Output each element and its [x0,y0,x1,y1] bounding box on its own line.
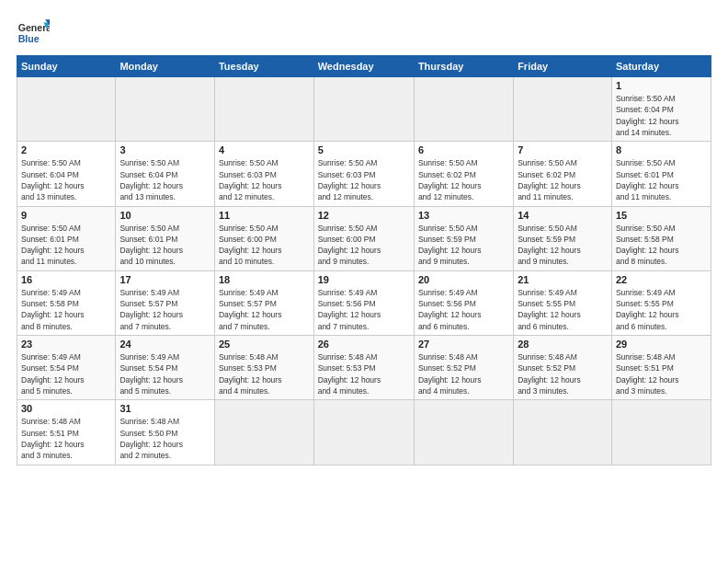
calendar-cell: 6Sunrise: 5:50 AM Sunset: 6:02 PM Daylig… [414,142,513,206]
day-number: 8 [616,144,707,155]
day-number: 5 [318,144,410,155]
calendar-cell: 11Sunrise: 5:50 AM Sunset: 6:00 PM Dayli… [214,206,313,270]
calendar-cell [313,77,414,142]
calendar-cell: 2Sunrise: 5:50 AM Sunset: 6:04 PM Daylig… [17,142,116,206]
day-info: Sunrise: 5:48 AM Sunset: 5:51 PM Dayligh… [21,416,111,461]
day-info: Sunrise: 5:49 AM Sunset: 5:57 PM Dayligh… [119,287,210,332]
day-number: 14 [518,210,608,221]
day-number: 17 [119,274,210,285]
day-number: 31 [119,403,210,414]
calendar-cell: 16Sunrise: 5:49 AM Sunset: 5:58 PM Dayli… [17,270,116,335]
calendar-body: 1Sunrise: 5:50 AM Sunset: 6:04 PM Daylig… [17,77,711,465]
calendar-cell: 13Sunrise: 5:50 AM Sunset: 5:59 PM Dayli… [414,206,513,270]
calendar-cell: 10Sunrise: 5:50 AM Sunset: 6:01 PM Dayli… [116,206,215,270]
calendar-week-4: 16Sunrise: 5:49 AM Sunset: 5:58 PM Dayli… [17,270,711,335]
calendar-cell: 12Sunrise: 5:50 AM Sunset: 6:00 PM Dayli… [313,206,414,270]
calendar-cell: 21Sunrise: 5:49 AM Sunset: 5:55 PM Dayli… [514,270,612,335]
day-info: Sunrise: 5:48 AM Sunset: 5:52 PM Dayligh… [518,351,608,396]
day-info: Sunrise: 5:48 AM Sunset: 5:51 PM Dayligh… [616,351,707,396]
day-info: Sunrise: 5:50 AM Sunset: 5:58 PM Dayligh… [616,223,707,268]
day-number: 30 [21,403,111,414]
day-info: Sunrise: 5:50 AM Sunset: 6:04 PM Dayligh… [119,157,210,202]
day-info: Sunrise: 5:50 AM Sunset: 6:00 PM Dayligh… [318,223,410,268]
day-info: Sunrise: 5:49 AM Sunset: 5:56 PM Dayligh… [318,287,410,332]
day-number: 26 [318,339,410,350]
day-number: 23 [21,339,111,350]
calendar-cell [17,77,116,142]
calendar-cell [514,400,612,465]
calendar-cell: 22Sunrise: 5:49 AM Sunset: 5:55 PM Dayli… [611,270,711,335]
day-info: Sunrise: 5:48 AM Sunset: 5:50 PM Dayligh… [119,416,210,461]
logo-icon: General Blue [17,17,50,50]
calendar-table: SundayMondayTuesdayWednesdayThursdayFrid… [17,55,711,465]
day-number: 2 [21,144,111,155]
day-number: 9 [21,210,111,221]
day-info: Sunrise: 5:48 AM Sunset: 5:53 PM Dayligh… [318,351,410,396]
calendar-week-5: 23Sunrise: 5:49 AM Sunset: 5:54 PM Dayli… [17,336,711,400]
weekday-header-wednesday: Wednesday [313,56,414,77]
calendar-cell: 8Sunrise: 5:50 AM Sunset: 6:01 PM Daylig… [611,142,711,206]
day-info: Sunrise: 5:49 AM Sunset: 5:55 PM Dayligh… [518,287,608,332]
day-number: 4 [219,144,310,155]
day-number: 16 [21,274,111,285]
calendar-cell: 4Sunrise: 5:50 AM Sunset: 6:03 PM Daylig… [214,142,313,206]
day-info: Sunrise: 5:50 AM Sunset: 6:04 PM Dayligh… [616,93,707,138]
day-number: 12 [318,210,410,221]
day-info: Sunrise: 5:50 AM Sunset: 5:59 PM Dayligh… [418,223,509,268]
day-info: Sunrise: 5:50 AM Sunset: 6:03 PM Dayligh… [219,157,310,202]
calendar-cell: 27Sunrise: 5:48 AM Sunset: 5:52 PM Dayli… [414,336,513,400]
calendar-cell: 3Sunrise: 5:50 AM Sunset: 6:04 PM Daylig… [116,142,215,206]
calendar-cell [214,77,313,142]
day-number: 11 [219,210,310,221]
calendar-cell: 30Sunrise: 5:48 AM Sunset: 5:51 PM Dayli… [17,400,116,465]
calendar-cell [414,400,513,465]
day-info: Sunrise: 5:50 AM Sunset: 6:01 PM Dayligh… [119,223,210,268]
calendar-cell: 5Sunrise: 5:50 AM Sunset: 6:03 PM Daylig… [313,142,414,206]
header: General Blue [17,17,711,50]
day-info: Sunrise: 5:49 AM Sunset: 5:54 PM Dayligh… [21,351,111,396]
calendar-cell: 26Sunrise: 5:48 AM Sunset: 5:53 PM Dayli… [313,336,414,400]
day-info: Sunrise: 5:50 AM Sunset: 6:03 PM Dayligh… [318,157,410,202]
day-number: 24 [119,339,210,350]
calendar-header: SundayMondayTuesdayWednesdayThursdayFrid… [17,56,711,77]
day-number: 20 [418,274,509,285]
calendar-cell: 29Sunrise: 5:48 AM Sunset: 5:51 PM Dayli… [611,336,711,400]
day-info: Sunrise: 5:49 AM Sunset: 5:57 PM Dayligh… [219,287,310,332]
day-info: Sunrise: 5:50 AM Sunset: 6:02 PM Dayligh… [418,157,509,202]
calendar-cell: 14Sunrise: 5:50 AM Sunset: 5:59 PM Dayli… [514,206,612,270]
day-info: Sunrise: 5:48 AM Sunset: 5:52 PM Dayligh… [418,351,509,396]
day-number: 22 [616,274,707,285]
day-info: Sunrise: 5:50 AM Sunset: 6:01 PM Dayligh… [616,157,707,202]
day-number: 3 [119,144,210,155]
day-info: Sunrise: 5:50 AM Sunset: 6:04 PM Dayligh… [21,157,111,202]
weekday-header-thursday: Thursday [414,56,513,77]
day-number: 29 [616,339,707,350]
calendar-cell: 24Sunrise: 5:49 AM Sunset: 5:54 PM Dayli… [116,336,215,400]
day-number: 1 [616,80,707,91]
day-info: Sunrise: 5:49 AM Sunset: 5:54 PM Dayligh… [119,351,210,396]
calendar-week-3: 9Sunrise: 5:50 AM Sunset: 6:01 PM Daylig… [17,206,711,270]
calendar-cell: 7Sunrise: 5:50 AM Sunset: 6:02 PM Daylig… [514,142,612,206]
calendar-cell: 25Sunrise: 5:48 AM Sunset: 5:53 PM Dayli… [214,336,313,400]
calendar-page: General Blue SundayMondayTuesdayWednesda… [0,0,728,563]
calendar-week-1: 1Sunrise: 5:50 AM Sunset: 6:04 PM Daylig… [17,77,711,142]
weekday-header-saturday: Saturday [611,56,711,77]
calendar-cell [313,400,414,465]
day-number: 21 [518,274,608,285]
weekday-header-tuesday: Tuesday [214,56,313,77]
day-number: 13 [418,210,509,221]
day-number: 25 [219,339,310,350]
day-info: Sunrise: 5:49 AM Sunset: 5:55 PM Dayligh… [616,287,707,332]
day-info: Sunrise: 5:49 AM Sunset: 5:58 PM Dayligh… [21,287,111,332]
day-info: Sunrise: 5:50 AM Sunset: 6:00 PM Dayligh… [219,223,310,268]
svg-text:Blue: Blue [18,33,40,44]
calendar-cell: 17Sunrise: 5:49 AM Sunset: 5:57 PM Dayli… [116,270,215,335]
calendar-cell [214,400,313,465]
calendar-cell: 28Sunrise: 5:48 AM Sunset: 5:52 PM Dayli… [514,336,612,400]
day-info: Sunrise: 5:49 AM Sunset: 5:56 PM Dayligh… [418,287,509,332]
day-number: 19 [318,274,410,285]
logo: General Blue [17,17,50,50]
calendar-cell: 9Sunrise: 5:50 AM Sunset: 6:01 PM Daylig… [17,206,116,270]
calendar-cell: 1Sunrise: 5:50 AM Sunset: 6:04 PM Daylig… [611,77,711,142]
day-number: 7 [518,144,608,155]
